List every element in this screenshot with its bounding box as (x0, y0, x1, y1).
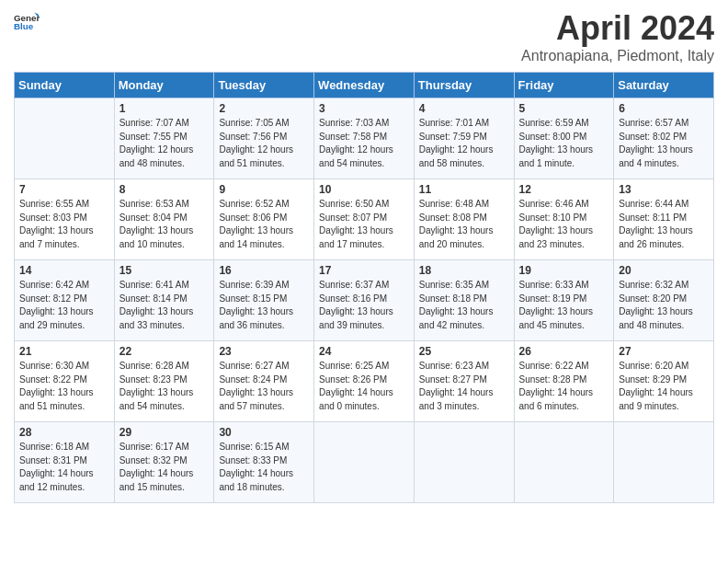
day-info: Sunrise: 6:39 AMSunset: 8:15 PMDaylight:… (219, 279, 309, 332)
day-number: 28 (19, 426, 109, 439)
calendar-cell (514, 422, 614, 503)
calendar-cell: 20Sunrise: 6:32 AMSunset: 8:20 PMDayligh… (614, 260, 714, 341)
col-header-saturday: Saturday (614, 73, 714, 98)
day-number: 3 (319, 102, 409, 115)
calendar-row: 14Sunrise: 6:42 AMSunset: 8:12 PMDayligh… (15, 260, 714, 341)
calendar-cell: 26Sunrise: 6:22 AMSunset: 8:28 PMDayligh… (514, 341, 614, 422)
calendar-cell: 10Sunrise: 6:50 AMSunset: 8:07 PMDayligh… (314, 179, 415, 260)
day-number: 17 (319, 264, 409, 277)
calendar-cell: 17Sunrise: 6:37 AMSunset: 8:16 PMDayligh… (314, 260, 415, 341)
day-number: 2 (219, 102, 309, 115)
day-number: 12 (519, 183, 609, 196)
calendar-table: SundayMondayTuesdayWednesdayThursdayFrid… (14, 72, 714, 503)
calendar-cell: 18Sunrise: 6:35 AMSunset: 8:18 PMDayligh… (414, 260, 514, 341)
day-info: Sunrise: 6:55 AMSunset: 8:03 PMDaylight:… (19, 198, 109, 251)
day-number: 8 (119, 183, 210, 196)
day-info: Sunrise: 6:17 AMSunset: 8:32 PMDaylight:… (119, 441, 210, 494)
day-number: 23 (219, 345, 309, 358)
day-info: Sunrise: 6:33 AMSunset: 8:19 PMDaylight:… (519, 279, 609, 332)
day-info: Sunrise: 6:18 AMSunset: 8:31 PMDaylight:… (19, 441, 109, 494)
day-info: Sunrise: 7:03 AMSunset: 7:58 PMDaylight:… (319, 117, 409, 170)
calendar-cell: 2Sunrise: 7:05 AMSunset: 7:56 PMDaylight… (214, 98, 314, 179)
calendar-cell: 22Sunrise: 6:28 AMSunset: 8:23 PMDayligh… (114, 341, 214, 422)
svg-text:Blue: Blue (14, 21, 34, 31)
calendar-row: 7Sunrise: 6:55 AMSunset: 8:03 PMDaylight… (15, 179, 714, 260)
day-number: 18 (419, 264, 509, 277)
calendar-cell (414, 422, 514, 503)
calendar-cell: 12Sunrise: 6:46 AMSunset: 8:10 PMDayligh… (514, 179, 614, 260)
calendar-cell: 14Sunrise: 6:42 AMSunset: 8:12 PMDayligh… (15, 260, 115, 341)
calendar-cell: 8Sunrise: 6:53 AMSunset: 8:04 PMDaylight… (114, 179, 214, 260)
day-number: 6 (619, 102, 709, 115)
day-number: 9 (219, 183, 309, 196)
col-header-tuesday: Tuesday (214, 73, 314, 98)
calendar-cell: 7Sunrise: 6:55 AMSunset: 8:03 PMDaylight… (15, 179, 115, 260)
calendar-cell: 19Sunrise: 6:33 AMSunset: 8:19 PMDayligh… (514, 260, 614, 341)
day-number: 29 (119, 426, 210, 439)
day-info: Sunrise: 6:25 AMSunset: 8:26 PMDaylight:… (319, 360, 409, 413)
calendar-cell: 30Sunrise: 6:15 AMSunset: 8:33 PMDayligh… (214, 422, 314, 503)
day-number: 14 (19, 264, 109, 277)
calendar-cell: 28Sunrise: 6:18 AMSunset: 8:31 PMDayligh… (15, 422, 115, 503)
day-number: 4 (419, 102, 509, 115)
logo-icon: General Blue (14, 9, 40, 35)
day-number: 13 (619, 183, 709, 196)
day-number: 5 (519, 102, 609, 115)
day-info: Sunrise: 6:42 AMSunset: 8:12 PMDaylight:… (19, 279, 109, 332)
col-header-wednesday: Wednesday (314, 73, 415, 98)
day-info: Sunrise: 6:59 AMSunset: 8:00 PMDaylight:… (519, 117, 609, 170)
main-title: April 2024 (521, 9, 714, 48)
day-number: 24 (319, 345, 409, 358)
day-info: Sunrise: 6:23 AMSunset: 8:27 PMDaylight:… (419, 360, 509, 413)
calendar-row: 28Sunrise: 6:18 AMSunset: 8:31 PMDayligh… (15, 422, 714, 503)
day-number: 16 (219, 264, 309, 277)
day-number: 21 (19, 345, 109, 358)
header-row: SundayMondayTuesdayWednesdayThursdayFrid… (15, 73, 714, 98)
calendar-cell (314, 422, 415, 503)
calendar-cell: 25Sunrise: 6:23 AMSunset: 8:27 PMDayligh… (414, 341, 514, 422)
day-info: Sunrise: 6:44 AMSunset: 8:11 PMDaylight:… (619, 198, 709, 251)
calendar-cell: 6Sunrise: 6:57 AMSunset: 8:02 PMDaylight… (614, 98, 714, 179)
calendar-cell: 16Sunrise: 6:39 AMSunset: 8:15 PMDayligh… (214, 260, 314, 341)
calendar-cell: 21Sunrise: 6:30 AMSunset: 8:22 PMDayligh… (15, 341, 115, 422)
day-number: 22 (119, 345, 210, 358)
day-info: Sunrise: 6:37 AMSunset: 8:16 PMDaylight:… (319, 279, 409, 332)
calendar-cell: 23Sunrise: 6:27 AMSunset: 8:24 PMDayligh… (214, 341, 314, 422)
calendar-cell: 24Sunrise: 6:25 AMSunset: 8:26 PMDayligh… (314, 341, 415, 422)
day-info: Sunrise: 6:46 AMSunset: 8:10 PMDaylight:… (519, 198, 609, 251)
calendar-cell: 13Sunrise: 6:44 AMSunset: 8:11 PMDayligh… (614, 179, 714, 260)
day-info: Sunrise: 6:41 AMSunset: 8:14 PMDaylight:… (119, 279, 210, 332)
calendar-cell: 11Sunrise: 6:48 AMSunset: 8:08 PMDayligh… (414, 179, 514, 260)
col-header-thursday: Thursday (414, 73, 514, 98)
col-header-friday: Friday (514, 73, 614, 98)
calendar-cell: 1Sunrise: 7:07 AMSunset: 7:55 PMDaylight… (114, 98, 214, 179)
calendar-row: 21Sunrise: 6:30 AMSunset: 8:22 PMDayligh… (15, 341, 714, 422)
day-number: 1 (119, 102, 210, 115)
day-info: Sunrise: 7:01 AMSunset: 7:59 PMDaylight:… (419, 117, 509, 170)
day-info: Sunrise: 6:22 AMSunset: 8:28 PMDaylight:… (519, 360, 609, 413)
day-number: 10 (319, 183, 409, 196)
day-info: Sunrise: 6:50 AMSunset: 8:07 PMDaylight:… (319, 198, 409, 251)
day-number: 25 (419, 345, 509, 358)
logo: General Blue (14, 9, 40, 35)
calendar-cell: 5Sunrise: 6:59 AMSunset: 8:00 PMDaylight… (514, 98, 614, 179)
calendar-cell (614, 422, 714, 503)
title-area: April 2024 Antronapiana, Piedmont, Italy (521, 9, 714, 64)
day-info: Sunrise: 7:07 AMSunset: 7:55 PMDaylight:… (119, 117, 210, 170)
day-number: 27 (619, 345, 709, 358)
calendar-cell: 4Sunrise: 7:01 AMSunset: 7:59 PMDaylight… (414, 98, 514, 179)
day-number: 19 (519, 264, 609, 277)
day-number: 15 (119, 264, 210, 277)
calendar-row: 1Sunrise: 7:07 AMSunset: 7:55 PMDaylight… (15, 98, 714, 179)
day-number: 20 (619, 264, 709, 277)
day-info: Sunrise: 6:30 AMSunset: 8:22 PMDaylight:… (19, 360, 109, 413)
col-header-monday: Monday (114, 73, 214, 98)
day-info: Sunrise: 6:27 AMSunset: 8:24 PMDaylight:… (219, 360, 309, 413)
header: General Blue April 2024 Antronapiana, Pi… (14, 9, 714, 64)
day-info: Sunrise: 6:20 AMSunset: 8:29 PMDaylight:… (619, 360, 709, 413)
calendar-cell: 3Sunrise: 7:03 AMSunset: 7:58 PMDaylight… (314, 98, 415, 179)
calendar-cell: 27Sunrise: 6:20 AMSunset: 8:29 PMDayligh… (614, 341, 714, 422)
day-info: Sunrise: 6:32 AMSunset: 8:20 PMDaylight:… (619, 279, 709, 332)
day-number: 7 (19, 183, 109, 196)
day-number: 11 (419, 183, 509, 196)
